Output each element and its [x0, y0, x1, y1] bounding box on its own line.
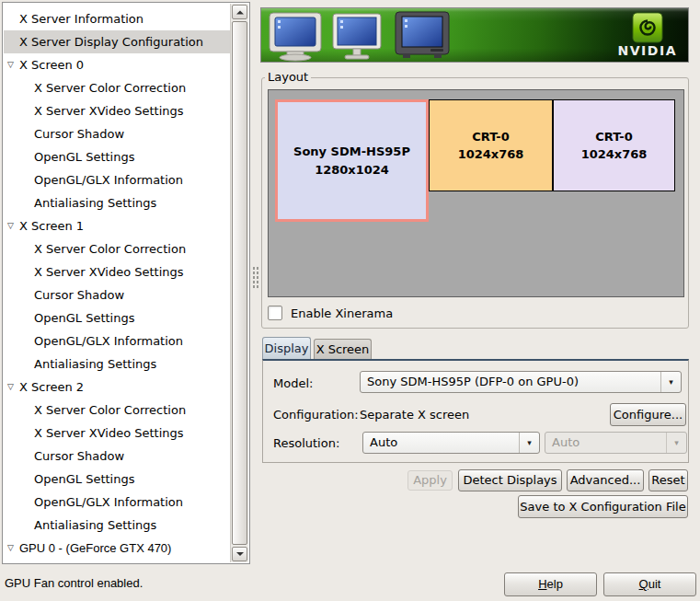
xinerama-label: Enable Xinerama: [291, 306, 393, 320]
tree-item-label: Cursor Shadow: [34, 127, 124, 141]
tree-item-label: X Server XVideo Settings: [34, 104, 184, 118]
tree-item-label: X Screen 0: [19, 58, 84, 72]
tree-item[interactable]: ▽ X Server XVideo Settings: [4, 422, 230, 445]
monitor-box[interactable]: CRT-0 1024x768: [553, 99, 675, 191]
tree-item-label: X Server XVideo Settings: [34, 265, 184, 279]
tree-item[interactable]: ▽ X Server Display Configuration: [4, 30, 230, 53]
tree-item-label: OpenGL Settings: [34, 472, 135, 486]
lcd-monitor-icon: [333, 14, 381, 59]
detect-displays-button[interactable]: Detect Displays: [458, 469, 562, 491]
expander-icon[interactable]: ▽: [7, 53, 18, 76]
tree-item[interactable]: ▽ OpenGL/GLX Information: [4, 329, 230, 353]
xinerama-checkbox[interactable]: [268, 306, 282, 320]
monitor-icons: [267, 10, 465, 62]
configure-button[interactable]: Configure...: [610, 403, 686, 426]
tree-item[interactable]: ▽ Antialiasing Settings: [4, 514, 230, 537]
tree-item[interactable]: ▽ Cursor Shadow: [4, 283, 230, 306]
nvidia-banner: NVIDIA: [260, 7, 689, 63]
layout-section: Layout Sony SDM-HS95P 1280x1024 CRT-0 10…: [261, 77, 689, 329]
layout-section-title: Layout: [265, 70, 311, 85]
tree-item[interactable]: ▽ OpenGL Settings: [4, 145, 230, 168]
tree-item-label: OpenGL Settings: [34, 311, 135, 325]
tree-item[interactable]: ▽ X Server Color Correction: [4, 237, 230, 260]
help-button[interactable]: Help: [504, 572, 597, 596]
tree-item-label: Cursor Shadow: [34, 449, 124, 463]
refresh-rate-dropdown-value: Auto: [552, 435, 580, 449]
tree-item[interactable]: ▽ X Screen 1: [4, 214, 230, 237]
tree-item[interactable]: ▽ X Screen 2: [4, 376, 230, 399]
tree-item[interactable]: ▽ Antialiasing Settings: [4, 353, 230, 376]
nvidia-wordmark: NVIDIA: [618, 43, 677, 58]
tree-item[interactable]: ▽ X Server XVideo Settings: [4, 99, 230, 122]
scrollbar-thumb[interactable]: [232, 21, 247, 545]
monitor-name: CRT-0: [595, 128, 632, 146]
tree-item-label: Cursor Shadow: [34, 288, 124, 302]
tab-display[interactable]: Display: [262, 337, 311, 359]
model-dropdown[interactable]: Sony SDM-HS95P (DFP-0 on GPU-0) ▾: [360, 371, 682, 393]
resolution-dropdown[interactable]: Auto ▾: [362, 432, 540, 454]
monitor-resolution: 1024x768: [458, 145, 524, 164]
monitor-resolution: 1024x768: [581, 145, 648, 164]
tree-item-label: OpenGL/GLX Information: [34, 334, 183, 348]
tree-item[interactable]: ▽ GPU 0 - (GeForce GTX 470): [4, 537, 230, 560]
crt-monitor-icon: [270, 13, 321, 61]
tree-item-label: X Screen 1: [19, 219, 84, 233]
display-tab-panel: Model: Sony SDM-HS95P (DFP-0 on GPU-0) ▾…: [262, 359, 689, 463]
tree-item[interactable]: ▽ Antialiasing Settings: [4, 191, 230, 214]
model-label: Model:: [273, 376, 313, 390]
xinerama-row: Enable Xinerama: [268, 306, 393, 320]
tree-item[interactable]: ▽ Cursor Shadow: [4, 445, 230, 468]
tab-x-screen[interactable]: X Screen: [314, 339, 372, 359]
scroll-up-icon[interactable]: [232, 5, 247, 19]
chevron-down-icon[interactable]: ▾: [519, 433, 539, 453]
monitor-box[interactable]: CRT-0 1024x768: [429, 99, 553, 191]
advanced-button[interactable]: Advanced...: [567, 469, 644, 491]
tree-item-label: X Server Display Configuration: [19, 35, 203, 49]
resolution-dropdown-value: Auto: [370, 435, 397, 449]
quit-button[interactable]: Quit: [603, 572, 696, 596]
tree-item[interactable]: ▽ Cursor Shadow: [4, 122, 230, 145]
apply-button: Apply: [407, 470, 453, 491]
tree-item[interactable]: ▽ X Server Information: [4, 7, 230, 30]
tree-item-label: X Server Color Correction: [34, 403, 186, 417]
tree-item[interactable]: ▽ X Screen 0: [4, 53, 230, 76]
expander-icon[interactable]: ▽: [7, 376, 18, 399]
sidebar-scrollbar[interactable]: [230, 4, 248, 562]
tree-item[interactable]: ▽ X Server Color Correction: [4, 399, 230, 422]
monitor-resolution: 1280x1024: [315, 161, 389, 179]
save-to-x-configuration-file-button[interactable]: Save to X Configuration File: [518, 495, 688, 518]
quit-button-label: Quit: [604, 573, 695, 595]
tree-item-label: OpenGL Settings: [34, 150, 135, 164]
configuration-value: Separate X screen: [360, 408, 469, 422]
nvidia-eye-icon: [632, 12, 663, 43]
tree-item-label: Antialiasing Settings: [34, 196, 156, 210]
layout-canvas[interactable]: Sony SDM-HS95P 1280x1024 CRT-0 1024x768 …: [268, 89, 684, 297]
monitor-name: Sony SDM-HS95P: [293, 143, 410, 161]
monitor-box[interactable]: Sony SDM-HS95P 1280x1024: [275, 99, 429, 222]
tree-item-label: OpenGL/GLX Information: [34, 495, 183, 509]
monitor-name: CRT-0: [472, 128, 509, 146]
tree-item-label: Antialiasing Settings: [34, 518, 156, 532]
category-sidebar: ▽ X Server Information ▽ X Server Displa…: [2, 2, 250, 564]
expander-icon[interactable]: ▽: [7, 537, 18, 560]
tree-item[interactable]: ▽ X Server XVideo Settings: [4, 260, 230, 283]
chevron-down-icon[interactable]: ▾: [660, 372, 681, 392]
tree-item-label: X Server Color Correction: [34, 81, 186, 95]
category-tree: ▽ X Server Information ▽ X Server Displa…: [4, 7, 230, 560]
reset-button[interactable]: Reset: [648, 469, 688, 491]
configuration-label: Configuration:: [273, 408, 359, 422]
scroll-down-icon[interactable]: [232, 547, 247, 561]
expander-icon[interactable]: ▽: [7, 214, 18, 237]
pane-splitter-handle[interactable]: [252, 266, 258, 290]
tree-item[interactable]: ▽ OpenGL/GLX Information: [4, 491, 230, 514]
resolution-label: Resolution:: [273, 436, 339, 450]
tree-item-label: Antialiasing Settings: [34, 357, 156, 371]
tree-item[interactable]: ▽ X Server Color Correction: [4, 76, 230, 99]
tree-item-label: X Server XVideo Settings: [34, 426, 184, 440]
help-button-label: Help: [505, 573, 596, 595]
tree-item[interactable]: ▽ OpenGL/GLX Information: [4, 168, 230, 191]
tree-item-label: X Server Information: [19, 12, 143, 26]
tree-item-label: X Server Color Correction: [34, 242, 186, 256]
tree-item[interactable]: ▽ OpenGL Settings: [4, 468, 230, 491]
tree-item[interactable]: ▽ OpenGL Settings: [4, 306, 230, 329]
